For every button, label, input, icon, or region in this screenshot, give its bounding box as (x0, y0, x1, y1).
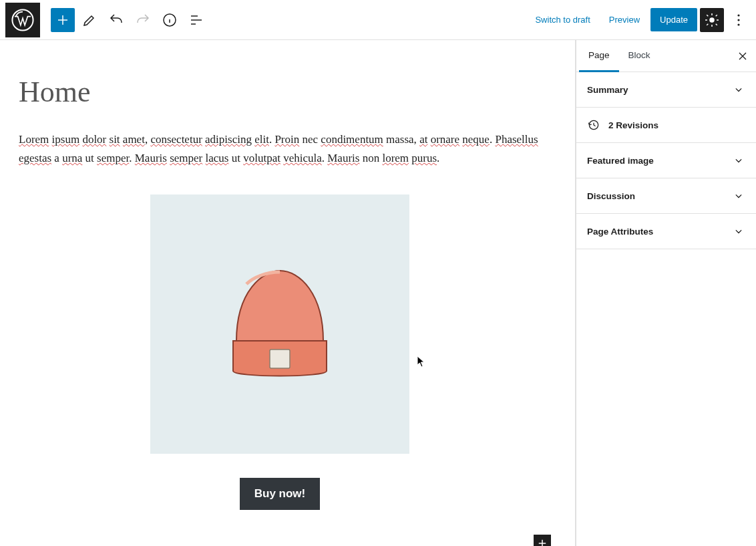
switch-to-draft-link[interactable]: Switch to draft (527, 15, 598, 25)
preview-link[interactable]: Preview (601, 15, 648, 25)
panel-summary-label: Summary (587, 85, 628, 95)
redo-button[interactable] (131, 8, 155, 32)
panel-summary[interactable]: Summary (576, 72, 756, 108)
svg-point-2 (710, 18, 714, 22)
panel-featured-image-label: Featured image (587, 156, 654, 166)
top-toolbar: Switch to draft Preview Update (0, 0, 756, 40)
settings-button[interactable] (700, 8, 724, 32)
page-title[interactable]: Home (19, 75, 541, 109)
wordpress-logo[interactable] (5, 3, 40, 37)
close-sidebar-button[interactable] (732, 45, 753, 67)
svg-point-3 (737, 14, 739, 16)
chevron-down-icon (732, 225, 745, 238)
panel-revisions[interactable]: 2 Revisions (576, 108, 756, 143)
info-button[interactable] (158, 8, 182, 32)
tab-block[interactable]: Block (619, 41, 660, 72)
panel-discussion[interactable]: Discussion (576, 178, 756, 214)
paragraph-block[interactable]: Lorem ipsum dolor sit amet, consectetur … (19, 130, 541, 168)
tab-page[interactable]: Page (579, 41, 619, 72)
svg-rect-6 (270, 350, 290, 368)
history-icon (587, 118, 600, 132)
svg-point-4 (737, 19, 739, 21)
image-block[interactable] (150, 194, 409, 454)
chevron-down-icon (732, 189, 745, 202)
beanie-illustration (200, 244, 360, 404)
insert-block-button[interactable] (534, 535, 551, 546)
panel-revisions-label: 2 Revisions (608, 120, 658, 130)
panel-featured-image[interactable]: Featured image (576, 143, 756, 178)
outline-button[interactable] (184, 8, 208, 32)
panel-discussion-label: Discussion (587, 191, 635, 201)
product-image (150, 194, 409, 454)
add-block-button[interactable] (51, 8, 75, 32)
edit-tool-button[interactable] (77, 8, 102, 32)
update-button[interactable]: Update (650, 8, 697, 31)
settings-sidebar: Page Block Summary 2 Revisions Featured … (576, 40, 756, 546)
sidebar-tabs: Page Block (576, 40, 756, 72)
undo-button[interactable] (104, 8, 128, 32)
chevron-down-icon (732, 83, 745, 96)
chevron-down-icon (732, 154, 745, 167)
panel-page-attributes[interactable]: Page Attributes (576, 214, 756, 249)
more-options-button[interactable] (727, 8, 751, 32)
editor-canvas[interactable]: Home Lorem ipsum dolor sit amet, consect… (0, 40, 576, 546)
panel-page-attributes-label: Page Attributes (587, 227, 653, 237)
svg-point-5 (737, 23, 739, 25)
buy-now-button[interactable]: Buy now! (240, 478, 321, 510)
